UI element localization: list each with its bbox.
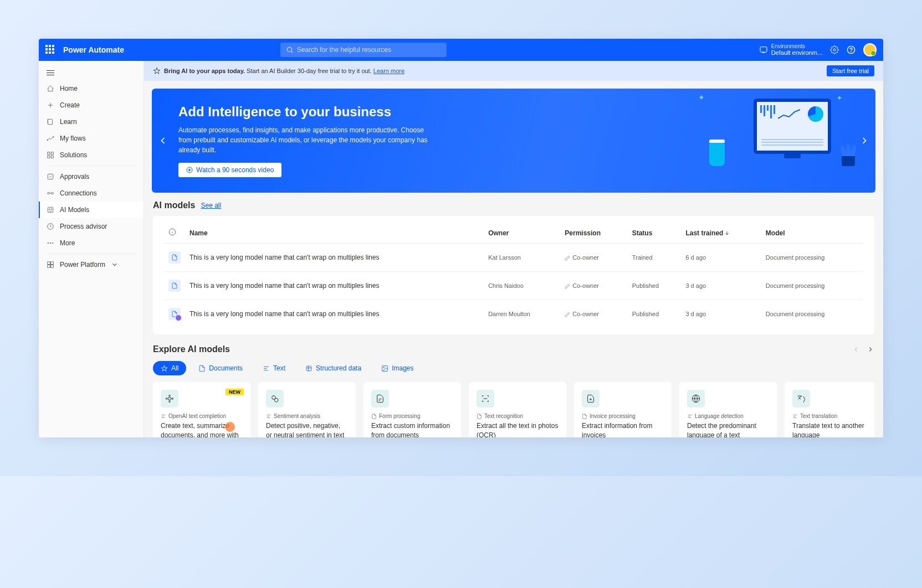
svg-point-24 [50,243,51,244]
col-status[interactable]: Status [628,223,682,244]
model-trained: 6 d ago [681,244,761,272]
doc-icon [198,365,206,372]
hero-next-arrow[interactable] [859,135,870,146]
svg-point-23 [48,243,49,244]
model-card[interactable]: Text recognition Extract all the text in… [469,382,566,437]
sidebar-item-process-advisor[interactable]: Process advisor [39,218,144,235]
sidebar-item-more[interactable]: More [39,235,144,251]
col-name[interactable]: Name [185,223,484,244]
help-icon[interactable] [847,45,856,54]
info-icon[interactable] [168,228,176,236]
sidebar-item-connections[interactable]: Connections [39,185,144,202]
card-title: Extract custom information from document… [371,421,453,437]
hero-video-button[interactable]: Watch a 90 seconds video [178,163,281,177]
environments-label: Environments [771,43,822,49]
sentiment-icon [266,390,284,408]
solutions-icon [47,151,54,159]
book-icon [47,118,54,126]
explore-prev-icon[interactable] [852,345,860,353]
sidebar-item-label: Approvals [60,173,89,180]
play-icon [186,167,193,173]
app-header: Power Automate EnvironmentsDefault envir… [39,39,883,61]
sidebar-item-label: Create [60,101,80,109]
process-icon [47,223,54,230]
model-trained: 3 d ago [681,300,761,328]
sidebar-item-approvals[interactable]: Approvals [39,168,144,185]
sidebar-item-solutions[interactable]: Solutions [39,147,144,163]
col-permission[interactable]: Permission [560,223,627,244]
model-card[interactable]: NEW OpenAI text completion Create text, … [153,382,250,437]
svg-rect-14 [51,156,53,158]
explore-next-icon[interactable] [867,345,874,353]
new-badge: NEW [226,389,244,395]
promo-link[interactable]: Learn more [373,68,404,74]
svg-point-47 [166,398,167,400]
model-card[interactable]: Language detection Detect the predominan… [679,382,777,437]
sidebar-item-home[interactable]: Home [39,80,144,97]
svg-point-16 [48,192,50,194]
models-table-card: Name Owner Permission Status Last traine… [153,216,874,334]
sidebar-item-label: More [60,239,75,247]
user-avatar[interactable] [863,43,877,56]
ai-models-title: AI models [153,200,195,210]
tab-documents[interactable]: Documents [191,361,250,375]
model-type: Document processing [761,300,863,328]
model-card[interactable]: Form processing Extract custom informati… [363,382,461,437]
card-title: Detect the predominant language of a tex… [687,421,769,437]
col-owner[interactable]: Owner [484,223,560,244]
svg-point-0 [287,47,291,51]
search-input[interactable] [297,46,441,54]
model-card[interactable]: Text translation Translate text to anoth… [785,382,874,437]
model-name: This is a very long model name that can'… [185,244,484,272]
card-category: Language detection [687,413,769,419]
table-row[interactable]: This is a very long model name that can'… [164,300,863,328]
svg-rect-28 [48,265,50,267]
model-card[interactable]: Invoice processing Extract information f… [574,382,672,437]
col-last-trained[interactable]: Last trained [681,223,761,244]
svg-marker-31 [189,169,191,171]
card-title: Translate text to another language [792,421,874,437]
table-row[interactable]: This is a very long model name that can'… [164,272,863,300]
promo-text: Start an AI Builder 30-day free trial to… [245,68,373,74]
sidebar-item-ai-models[interactable]: AI Models [39,202,144,218]
invoice-icon [582,390,600,408]
ai-models-header: AI models See all [153,200,874,210]
hero-prev-arrow[interactable] [157,135,168,146]
sidebar-item-label: Learn [60,118,77,126]
sidebar-item-label: AI Models [60,206,89,214]
sidebar-item-power-platform[interactable]: Power Platform [39,256,144,273]
model-type: Document processing [761,272,863,300]
see-all-link[interactable]: See all [201,202,221,209]
tab-text[interactable]: Text [255,361,293,375]
sidebar-item-my-flows[interactable]: My flows [39,130,144,147]
col-model[interactable]: Model [761,223,863,244]
search-box[interactable] [280,43,447,57]
home-icon [47,85,54,92]
tab-images[interactable]: Images [373,361,421,375]
sidebar-item-create[interactable]: Create [39,97,144,114]
model-card[interactable]: Sentiment analysis Detect positive, nega… [258,382,356,437]
tab-structured-data[interactable]: Structured data [298,361,369,375]
table-row[interactable]: This is a very long model name that can'… [164,244,863,272]
model-permission: Co-owner [560,244,627,272]
model-permission: Co-owner [560,272,627,300]
svg-point-10 [53,136,54,137]
hamburger-icon[interactable] [39,65,144,80]
waffle-icon[interactable] [45,45,55,55]
environment-picker[interactable]: EnvironmentsDefault environm... [759,43,822,56]
sidebar-item-learn[interactable]: Learn [39,114,144,130]
settings-icon[interactable] [830,45,839,54]
model-type: Document processing [761,244,863,272]
model-status: Published [628,300,682,328]
edit-icon [565,283,570,289]
svg-rect-11 [48,152,50,154]
platform-icon [47,261,54,269]
svg-rect-39 [306,366,311,371]
approvals-icon [47,173,54,180]
sidebar-item-label: Solutions [60,151,87,159]
svg-point-45 [169,395,171,396]
ai-badge-icon [153,67,161,75]
svg-point-5 [851,51,852,52]
trial-button[interactable]: Start free trial [827,65,874,76]
tab-all[interactable]: All [153,361,186,375]
